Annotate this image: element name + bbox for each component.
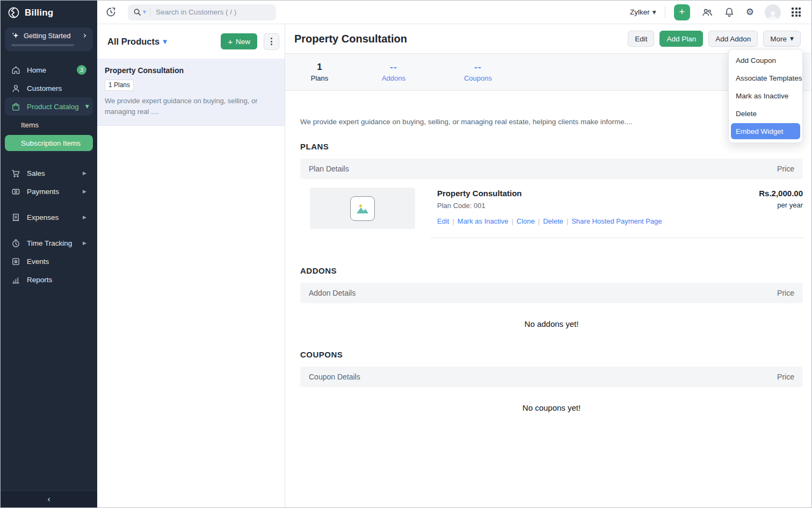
sidebar-item-label: Customers [27, 84, 62, 92]
submenu-arrow-icon: ▶ [83, 170, 86, 176]
sidebar-collapse-button[interactable]: ‹ [1, 490, 97, 507]
addons-table-header: Addon Details Price [300, 283, 803, 303]
org-name: Zylker [630, 8, 650, 16]
new-product-label: New [236, 38, 250, 46]
products-filter-dropdown[interactable]: All Products ▼ [107, 37, 167, 47]
chevron-right-icon: › [83, 32, 86, 40]
addons-col-price: Price [777, 289, 794, 297]
search-input[interactable] [156, 8, 271, 16]
submenu-arrow-icon: ▶ [83, 189, 86, 194]
avatar-silhouette-icon [767, 10, 779, 20]
sidebar-item-reports[interactable]: Reports [5, 270, 93, 289]
topbar: ▼ Zylker ▼ + [97, 1, 811, 24]
plan-edit-link[interactable]: Edit [437, 217, 449, 225]
reports-icon [11, 275, 20, 284]
sidebar-item-subscription-items[interactable]: Subscription Items [5, 135, 93, 151]
sparkle-icon [11, 32, 19, 40]
product-list-item[interactable]: Property Consultation 1 Plans We provide… [97, 59, 285, 126]
sidebar-item-events[interactable]: Events [5, 252, 93, 270]
sidebar-item-label: Events [27, 257, 49, 266]
payments-icon [11, 187, 20, 196]
settings-button[interactable]: ⚙ [746, 8, 754, 17]
new-product-button[interactable]: + New [221, 33, 257, 49]
time-tracking-icon [11, 239, 20, 248]
add-plan-button[interactable]: Add Plan [659, 31, 703, 47]
stat-label: Coupons [451, 74, 505, 82]
coupons-empty-message: No coupons yet! [300, 403, 803, 412]
menu-item-associate-templates[interactable]: Associate Templates [729, 69, 802, 87]
plan-actions: Edit|Mark as Inactive|Clone|Delete|Share… [437, 217, 662, 225]
brand-name: Billing [25, 8, 53, 18]
image-placeholder-icon [350, 196, 375, 221]
products-more-button[interactable] [264, 33, 279, 50]
bell-icon [724, 7, 734, 17]
plan-delete-link[interactable]: Delete [543, 217, 563, 225]
sidebar-item-items[interactable]: Items [5, 116, 93, 134]
sidebar-item-sales[interactable]: Sales ▶ [5, 164, 93, 182]
menu-item-delete[interactable]: Delete [729, 105, 802, 123]
stat-label: Addons [367, 74, 421, 82]
home-badge: 3 [77, 65, 86, 75]
expenses-icon [11, 213, 20, 222]
edit-button[interactable]: Edit [628, 31, 654, 47]
avatar[interactable] [765, 4, 781, 20]
getting-started-label: Getting Started [24, 32, 70, 40]
addons-col-details: Addon Details [309, 289, 356, 297]
stat-value: -- [451, 62, 505, 73]
sales-icon [11, 169, 20, 178]
stat-plans[interactable]: 1 Plans [293, 62, 346, 82]
plus-icon: + [228, 38, 233, 46]
users-button[interactable] [702, 8, 713, 17]
products-filter-label: All Products [107, 37, 160, 47]
getting-started-card[interactable]: Getting Started › [5, 27, 93, 51]
page-title: Property Consultation [294, 33, 407, 45]
apps-grid-button[interactable] [792, 8, 801, 17]
quick-create-button[interactable]: + [674, 4, 690, 20]
plan-price-period: per year [759, 201, 803, 209]
plan-clone-link[interactable]: Clone [517, 217, 535, 225]
product-name: Property Consultation [105, 66, 277, 75]
stat-coupons[interactable]: -- Coupons [451, 62, 505, 82]
plan-price: Rs.2,000.00 per year [759, 188, 803, 229]
more-button[interactable]: More ▼ [763, 31, 801, 47]
coupons-table-header: Coupon Details Price [300, 367, 803, 387]
add-addon-button[interactable]: Add Addon [708, 31, 758, 47]
brand: Billing [1, 1, 97, 24]
product-plans-badge: 1 Plans [105, 80, 134, 91]
addons-empty-message: No addons yet! [300, 319, 803, 328]
notifications-button[interactable] [724, 7, 734, 17]
header-actions: Edit Add Plan Add Addon More ▼ [628, 31, 801, 47]
menu-item-mark-as-inactive[interactable]: Mark as Inactive [729, 87, 802, 105]
sidebar-item-home[interactable]: Home 3 [5, 61, 93, 79]
sidebar-item-payments[interactable]: Payments ▶ [5, 182, 93, 201]
sidebar-item-customers[interactable]: Customers [5, 79, 93, 97]
org-picker[interactable]: Zylker ▼ [630, 8, 656, 16]
stat-addons[interactable]: -- Addons [367, 62, 421, 82]
link-separator: | [538, 217, 540, 225]
sidebar-item-label: Subscription Items [21, 139, 81, 147]
plans-col-details: Plan Details [309, 164, 349, 173]
plan-thumbnail [310, 188, 415, 229]
coupons-col-price: Price [777, 373, 794, 381]
sidebar-item-product-catalog[interactable]: Product Catalog ▼ [5, 97, 93, 116]
home-icon [11, 66, 20, 75]
more-label: More [770, 35, 787, 43]
link-separator: | [511, 217, 513, 225]
search-icon [133, 8, 141, 16]
search-scope-chevron-icon[interactable]: ▼ [143, 10, 146, 15]
recent-history-button[interactable] [106, 7, 116, 17]
global-search[interactable]: ▼ [128, 4, 276, 20]
sidebar-item-expenses[interactable]: Expenses ▶ [5, 208, 93, 226]
plans-heading: PLANS [300, 142, 803, 151]
menu-item-add-coupon[interactable]: Add Coupon [729, 52, 802, 69]
plan-mark-inactive-link[interactable]: Mark as Inactive [458, 217, 509, 225]
menu-item-embed-widget[interactable]: Embed Widget [731, 123, 800, 139]
app-window: Billing Getting Started › Home 3 Custo [0, 0, 812, 508]
sidebar-item-time-tracking[interactable]: Time Tracking ▶ [5, 234, 93, 252]
link-separator: | [452, 217, 454, 225]
link-separator: | [567, 217, 568, 225]
plan-share-hosted-page-link[interactable]: Share Hosted Payment Page [571, 217, 662, 225]
sidebar: Billing Getting Started › Home 3 Custo [1, 1, 97, 507]
plans-col-price: Price [777, 164, 794, 173]
product-description: We provide expert guidance on buying, se… [105, 96, 266, 117]
